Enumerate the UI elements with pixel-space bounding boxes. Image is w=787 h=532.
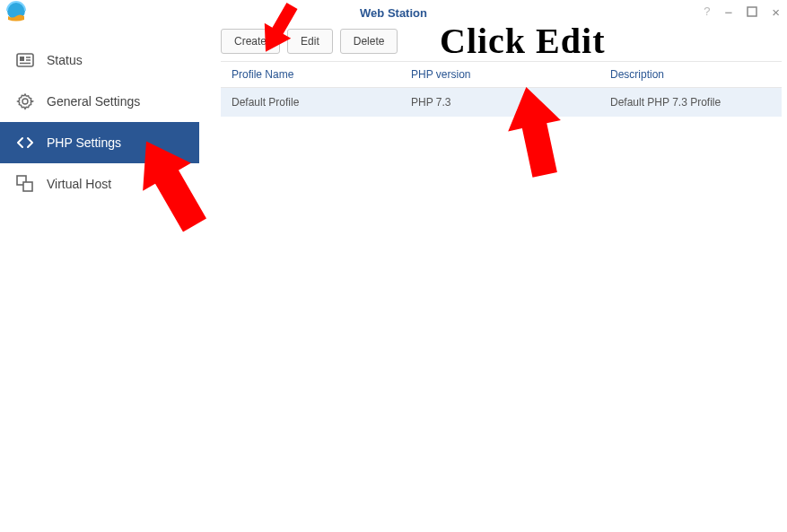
sidebar-item-label: PHP Settings [47,135,121,150]
cell-description: Default PHP 7.3 Profile [599,96,782,109]
virtual-host-icon [16,175,34,193]
column-header-profile[interactable]: Profile Name [221,68,400,81]
sidebar-item-label: General Settings [47,94,140,109]
cell-profile: Default Profile [221,96,400,109]
minimize-icon[interactable]: − [724,5,732,19]
help-icon[interactable]: ? [704,5,710,19]
svg-rect-3 [20,57,24,61]
maximize-icon[interactable] [747,5,757,19]
app-logo-icon [4,0,29,25]
toolbar: Create Edit Delete [221,29,782,54]
column-header-version[interactable]: PHP version [400,68,599,81]
table-row[interactable]: Default Profile PHP 7.3 Default PHP 7.3 … [221,88,782,117]
sidebar-item-general-settings[interactable]: General Settings [0,81,199,122]
window-title: Web Station [360,6,427,20]
svg-rect-1 [748,7,756,16]
column-header-description[interactable]: Description [599,68,782,81]
svg-point-7 [22,99,28,104]
table-header: Profile Name PHP version Description [221,61,782,88]
gear-icon [16,92,34,110]
svg-rect-9 [23,182,32,191]
delete-button[interactable]: Delete [340,29,398,54]
sidebar-item-virtual-host[interactable]: Virtual Host [0,163,199,205]
svg-rect-2 [17,54,33,66]
sidebar: Status General Settings PHP Settings Vir… [0,25,199,532]
sidebar-item-label: Status [47,53,83,67]
sidebar-item-label: Virtual Host [47,177,111,191]
sidebar-item-php-settings[interactable]: PHP Settings [0,122,199,163]
close-icon[interactable]: × [772,5,780,19]
edit-button[interactable]: Edit [287,29,333,54]
code-icon [16,134,34,152]
cell-version: PHP 7.3 [400,96,599,109]
sidebar-item-status[interactable]: Status [0,39,199,81]
status-icon [16,51,34,69]
create-button[interactable]: Create [221,29,280,54]
